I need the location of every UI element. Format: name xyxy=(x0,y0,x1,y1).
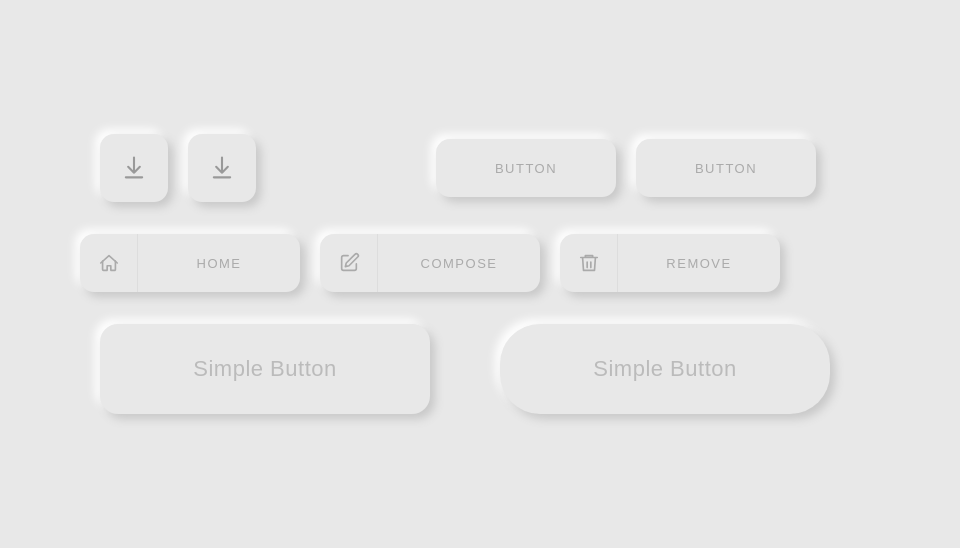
home-icon-part xyxy=(80,234,138,292)
row-3: Simple Button Simple Button xyxy=(100,324,830,414)
download-icon-1 xyxy=(120,154,148,182)
main-container: BUTTON BUTTON HOME xyxy=(0,94,960,454)
simple-button-2[interactable]: Simple Button xyxy=(500,324,830,414)
download-icon-2 xyxy=(208,154,236,182)
simple-button-1[interactable]: Simple Button xyxy=(100,324,430,414)
simple-button-2-label: Simple Button xyxy=(593,356,736,382)
home-button[interactable]: HOME xyxy=(80,234,300,292)
text-button-1-label: BUTTON xyxy=(495,161,557,176)
download-button-2[interactable] xyxy=(188,134,256,202)
text-button-2-label: BUTTON xyxy=(695,161,757,176)
remove-icon-part xyxy=(560,234,618,292)
compose-icon xyxy=(338,252,360,274)
download-button-1[interactable] xyxy=(100,134,168,202)
trash-icon xyxy=(578,252,600,274)
compose-icon-part xyxy=(320,234,378,292)
simple-button-1-label: Simple Button xyxy=(193,356,336,382)
compose-button-label: COMPOSE xyxy=(378,256,540,271)
remove-button-label: REMOVE xyxy=(618,256,780,271)
remove-button[interactable]: REMOVE xyxy=(560,234,780,292)
home-icon xyxy=(98,252,120,274)
text-button-1[interactable]: BUTTON xyxy=(436,139,616,197)
row-2: HOME COMPOSE REMOVE xyxy=(80,234,780,292)
row-1: BUTTON BUTTON xyxy=(100,134,816,202)
text-button-2[interactable]: BUTTON xyxy=(636,139,816,197)
home-button-label: HOME xyxy=(138,256,300,271)
compose-button[interactable]: COMPOSE xyxy=(320,234,540,292)
